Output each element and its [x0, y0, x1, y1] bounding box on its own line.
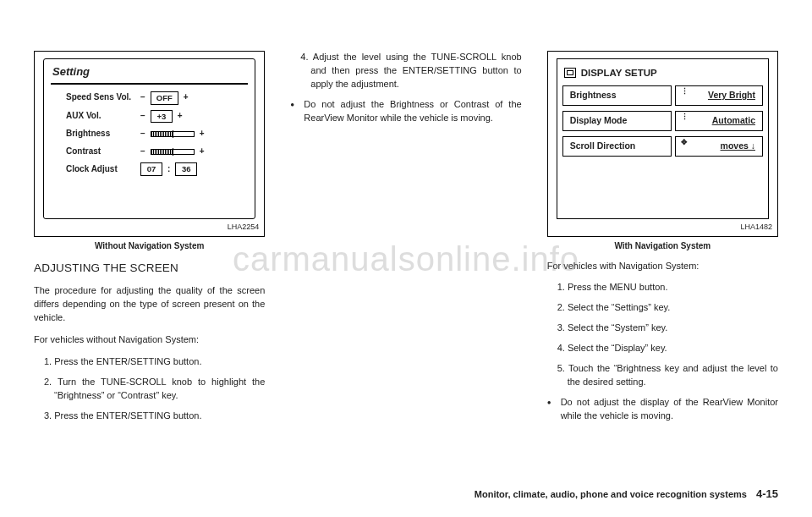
display-row-brightness: Brightness ⋮Very Bright [562, 85, 763, 106]
display-cell-value: ⋮Very Bright [675, 85, 763, 106]
setting-row-contrast: Contrast − + [66, 146, 248, 158]
paragraph: For vehicles with Navigation System: [547, 260, 778, 273]
footer-page-number: 4-15 [756, 487, 778, 500]
step-list: 1. Press the ENTER/SETTING button. 2. Tu… [34, 355, 265, 423]
value-box: +3 [151, 110, 173, 124]
display-cell-label: Brightness [562, 85, 672, 106]
minus-sign: − [140, 128, 145, 140]
step-item: 1. Press the MENU button. [557, 281, 778, 294]
value-box: OFF [151, 91, 178, 105]
clock-hour: 07 [140, 162, 162, 176]
step-item: 5. Touch the “Brightness key and adjust … [557, 362, 778, 389]
minus-sign: − [140, 110, 145, 123]
figure-caption: With Navigation System [547, 240, 778, 253]
step-item: 1. Press the ENTER/SETTING button. [44, 355, 265, 369]
plus-sign: + [200, 146, 205, 158]
column-middle: 4. Adjust the level using the TUNE-SCROL… [290, 51, 521, 430]
paragraph: For vehicles without Navigation System: [34, 333, 265, 347]
plus-sign: + [200, 128, 205, 140]
bullet-list: Do not adjust the Brightness or Contrast… [290, 98, 521, 125]
cell-text: Very Bright [708, 89, 755, 102]
setting-row-speed: Speed Sens Vol. − OFF + [66, 91, 248, 105]
paragraph: The procedure for adjusting the quality … [34, 284, 265, 325]
clock-min: 36 [175, 162, 197, 176]
bullet-item: Do not adjust the display of the RearVie… [557, 396, 778, 423]
plus-sign: + [178, 110, 183, 123]
page-content: Setting Speed Sens Vol. − OFF + AUX Vol.… [0, 0, 812, 455]
column-left: Setting Speed Sens Vol. − OFF + AUX Vol.… [34, 51, 265, 430]
section-heading: ADJUSTING THE SCREEN [34, 260, 265, 277]
display-panel-title: DISPLAY SETUP [581, 66, 657, 80]
row-label: AUX Vol. [66, 110, 135, 123]
figure-caption: Without Navigation System [34, 240, 265, 253]
step-item: 2. Select the “Settings” key. [557, 301, 778, 315]
column-right: DISPLAY SETUP Brightness ⋮Very Bright Di… [547, 51, 778, 430]
joystick-icon: ✥ [681, 140, 688, 145]
step-item: 3. Select the “System” key. [557, 322, 778, 335]
clock-sep: : [167, 163, 170, 176]
row-label: Brightness [66, 128, 135, 140]
row-label: Clock Adjust [66, 163, 135, 176]
display-cell-value: ⋮Automatic [675, 111, 763, 131]
row-label: Contrast [66, 146, 135, 158]
step-list: 1. Press the MENU button. 2. Select the … [547, 281, 778, 389]
slider-bar [151, 131, 195, 137]
figure-setting-screen: Setting Speed Sens Vol. − OFF + AUX Vol.… [34, 51, 265, 237]
setting-panel-title: Setting [51, 63, 248, 85]
display-row-scroll: Scroll Direction ✥moves ↓ [562, 136, 763, 157]
bullet-list: Do not adjust the display of the RearVie… [547, 396, 778, 423]
display-cell-label: Scroll Direction [562, 136, 672, 157]
setting-panel: Setting Speed Sens Vol. − OFF + AUX Vol.… [43, 58, 255, 219]
setting-row-brightness: Brightness − + [66, 128, 248, 140]
figure-id-label: LHA1482 [740, 222, 772, 233]
footer-section: Monitor, climate, audio, phone and voice… [475, 489, 747, 499]
step-list: 4. Adjust the level using the TUNE-SCROL… [290, 51, 521, 91]
slider-bar [151, 149, 195, 155]
setting-row-clock: Clock Adjust 07 : 36 [66, 162, 248, 176]
vdots-icon: ⋮ [681, 90, 689, 94]
display-panel-title-row: DISPLAY SETUP [562, 64, 763, 85]
display-cell-value: ✥moves ↓ [675, 136, 763, 157]
step-item: 4. Select the “Display” key. [557, 342, 778, 355]
figure-id-label: LHA2254 [228, 222, 260, 233]
vdots-icon: ⋮ [681, 115, 689, 119]
display-icon [564, 68, 576, 78]
step-item: 4. Adjust the level using the TUNE-SCROL… [300, 51, 521, 91]
minus-sign: − [140, 146, 145, 158]
step-item: 3. Press the ENTER/SETTING button. [44, 410, 265, 423]
minus-sign: − [140, 91, 145, 104]
setting-row-aux: AUX Vol. − +3 + [66, 110, 248, 124]
page-footer: Monitor, climate, audio, phone and voice… [475, 487, 778, 500]
bullet-item: Do not adjust the Brightness or Contrast… [300, 98, 521, 125]
plus-sign: + [184, 91, 189, 104]
row-label: Speed Sens Vol. [66, 91, 135, 104]
step-item: 2. Turn the TUNE-SCROLL knob to highligh… [44, 376, 265, 403]
display-panel: DISPLAY SETUP Brightness ⋮Very Bright Di… [557, 58, 769, 219]
figure-display-setup: DISPLAY SETUP Brightness ⋮Very Bright Di… [547, 51, 778, 237]
cell-text: moves ↓ [721, 140, 755, 152]
cell-text: Automatic [712, 114, 755, 127]
display-row-mode: Display Mode ⋮Automatic [562, 111, 763, 131]
display-cell-label: Display Mode [562, 111, 672, 131]
